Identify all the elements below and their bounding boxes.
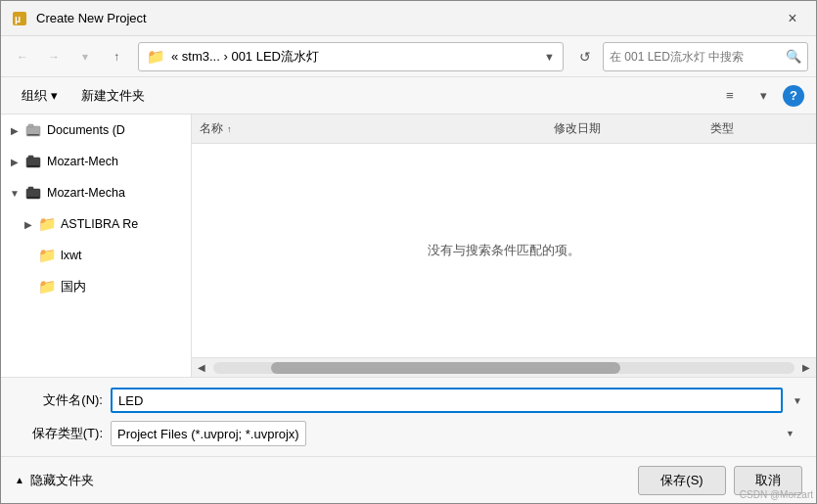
title-bar: μ Create New Project × — [1, 1, 816, 36]
watermark: CSDN @Morzart — [740, 489, 813, 500]
path-chevron-icon: ▼ — [544, 51, 555, 63]
path-bar: 📁 « stm3... › 001 LED流水灯 ▼ — [138, 42, 564, 71]
file-header: 名称 ↑ 修改日期 类型 — [192, 115, 816, 144]
drive-icon-documents — [24, 121, 42, 139]
search-icon: 🔍 — [786, 49, 801, 64]
expand-icon-documents: ▶ — [7, 122, 23, 138]
filetype-label: 保存类型(T): — [15, 425, 103, 442]
svg-rect-6 — [28, 156, 33, 159]
hide-folders-label: 隐藏文件夹 — [30, 472, 94, 489]
sidebar-item-mozart1[interactable]: ▶ Mozart-Mech — [1, 146, 191, 177]
filetype-row: 保存类型(T): Project Files (*.uvproj; *.uvpr… — [15, 421, 802, 446]
col-header-date: 修改日期 — [554, 120, 710, 137]
sidebar-item-lxwt[interactable]: 📁 lxwt — [1, 240, 191, 271]
help-button[interactable]: ? — [783, 85, 804, 107]
back-button[interactable]: ← — [9, 43, 36, 70]
search-bar: 🔍 — [603, 42, 808, 71]
sidebar: ▶ Documents (D ▶ — [1, 115, 192, 377]
folder-icon-lxwt: 📁 — [38, 247, 56, 264]
main-content: ▶ Documents (D ▶ — [1, 115, 816, 377]
folder-icon-guonei: 📁 — [38, 278, 56, 296]
bottom-form: 文件名(N): ▼ 保存类型(T): Project Files (*.uvpr… — [1, 377, 816, 456]
sidebar-item-documents[interactable]: ▶ Documents (D — [1, 115, 191, 146]
scroll-track — [213, 362, 794, 374]
drive-icon-mozart1 — [24, 153, 42, 170]
expand-icon-astlibra: ▶ — [21, 216, 36, 232]
refresh-button[interactable]: ↺ — [571, 43, 599, 70]
sidebar-item-mozart2[interactable]: ▼ Mozart-Mecha — [1, 177, 191, 208]
sidebar-label-guonei: 国内 — [61, 279, 86, 296]
search-input[interactable] — [610, 50, 786, 64]
scroll-right-button[interactable]: ▶ — [798, 360, 814, 376]
action-bar: 组织 ▾ 新建文件夹 ≡ ▾ ? — [1, 77, 816, 115]
file-body: 没有与搜索条件匹配的项。 — [192, 144, 816, 357]
svg-rect-9 — [28, 187, 33, 190]
expand-icon-lxwt — [21, 248, 36, 263]
filename-dropdown-icon: ▼ — [793, 395, 802, 406]
filename-label: 文件名(N): — [15, 391, 103, 409]
dropdown-nav-button[interactable]: ▾ — [71, 43, 99, 70]
svg-rect-10 — [27, 197, 39, 199]
path-folder-icon: 📁 — [147, 48, 165, 66]
sidebar-label-astlibra: ASTLIBRA Re — [61, 217, 138, 231]
navigation-toolbar: ← → ▾ ↑ 📁 « stm3... › 001 LED流水灯 ▼ ↺ 🔍 — [1, 36, 816, 77]
col-header-type: 类型 — [710, 120, 808, 137]
filetype-select-wrapper: Project Files (*.uvproj; *.uvprojx) — [111, 421, 802, 446]
svg-rect-3 — [28, 124, 33, 127]
sidebar-label-lxwt: lxwt — [61, 249, 82, 262]
col-header-name: 名称 ↑ — [200, 120, 554, 137]
expand-icon-guonei — [21, 279, 36, 295]
toggle-arrow-icon: ▲ — [15, 475, 24, 485]
folder-icon-astlibra: 📁 — [38, 215, 56, 233]
filename-input[interactable] — [111, 388, 783, 413]
expand-icon-mozart2: ▼ — [7, 185, 23, 201]
scroll-left-button[interactable]: ◀ — [194, 360, 209, 376]
app-icon: μ — [11, 10, 28, 27]
svg-rect-4 — [27, 134, 39, 136]
dialog-title: Create New Project — [36, 11, 779, 25]
svg-rect-7 — [27, 165, 39, 167]
scroll-thumb — [271, 362, 619, 374]
file-panel: 名称 ↑ 修改日期 类型 没有与搜索条件匹配的项。 ◀ — [192, 115, 816, 377]
sidebar-item-astlibra[interactable]: ▶ 📁 ASTLIBRA Re — [1, 208, 191, 240]
no-results-text: 没有与搜索条件匹配的项。 — [428, 242, 580, 259]
close-button[interactable]: × — [779, 5, 806, 32]
view-button[interactable]: ≡ — [716, 83, 744, 109]
sidebar-label-mozart2: Mozart-Mecha — [47, 186, 125, 200]
drive-icon-mozart2 — [24, 184, 42, 202]
footer: ▲ 隐藏文件夹 保存(S) 取消 — [1, 456, 816, 503]
filetype-select[interactable]: Project Files (*.uvproj; *.uvprojx) — [111, 421, 306, 446]
horizontal-scrollbar[interactable]: ◀ ▶ — [192, 357, 816, 377]
up-button[interactable]: ↑ — [103, 43, 130, 70]
sidebar-label-documents: Documents (D — [47, 123, 125, 137]
organize-button[interactable]: 组织 ▾ — [13, 83, 67, 109]
hide-folders-toggle[interactable]: ▲ 隐藏文件夹 — [15, 472, 638, 489]
new-folder-button[interactable]: 新建文件夹 — [72, 83, 154, 109]
create-new-project-dialog: μ Create New Project × ← → ▾ ↑ 📁 « stm3.… — [0, 0, 817, 504]
forward-button[interactable]: → — [40, 43, 68, 70]
path-text: « stm3... › 001 LED流水灯 — [171, 48, 540, 66]
sidebar-item-guonei[interactable]: 📁 国内 — [1, 271, 191, 302]
filename-row: 文件名(N): ▼ — [15, 388, 802, 413]
expand-icon-mozart1: ▶ — [7, 154, 23, 169]
svg-text:μ: μ — [15, 14, 21, 24]
sort-arrow-icon: ↑ — [227, 124, 232, 134]
view-dropdown-button[interactable]: ▾ — [749, 83, 777, 109]
sidebar-label-mozart1: Mozart-Mech — [47, 155, 118, 168]
save-button[interactable]: 保存(S) — [638, 466, 726, 495]
